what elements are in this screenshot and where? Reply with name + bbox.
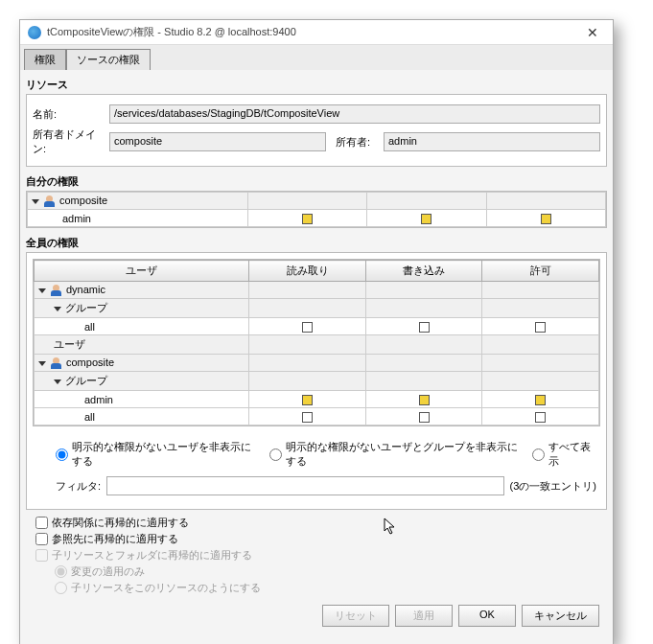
radio-show-all[interactable]: すべて表示 (532, 440, 596, 469)
chevron-down-icon[interactable] (38, 288, 46, 293)
own-privileges-label: 自分の権限 (26, 174, 607, 189)
all-privileges-panel: ユーザ 読み取り 書き込み 許可 dynamic グループ all (26, 252, 607, 510)
resource-panel: 名前: /services/databases/StagingDB/tCompo… (26, 94, 607, 167)
ok-button[interactable]: OK (458, 605, 516, 627)
checkbox[interactable] (302, 395, 313, 405)
reset-button: リセット (322, 605, 389, 627)
user-icon (50, 357, 63, 369)
table-row[interactable]: admin (35, 391, 599, 408)
chevron-down-icon[interactable] (32, 199, 39, 204)
all-privileges-label: 全員の権限 (26, 236, 607, 250)
table-row[interactable]: composite (28, 193, 606, 210)
tab-source-privileges[interactable]: ソースの権限 (66, 49, 151, 70)
table-row[interactable]: グループ (35, 299, 599, 318)
filter-label: フィルタ: (56, 479, 101, 494)
user-icon (43, 196, 57, 207)
recurse-options: 依存関係に再帰的に適用する 参照先に再帰的に適用する 子リソースとフォルダに再帰… (26, 510, 607, 595)
table-row[interactable]: all (35, 318, 599, 335)
table-row[interactable]: all (35, 408, 599, 426)
chk-refs[interactable]: 参照先に再帰的に適用する (35, 532, 597, 546)
checkbox[interactable] (302, 322, 313, 333)
col-write[interactable]: 書き込み (365, 261, 482, 282)
filter-count: (3の一致エントリ) (510, 479, 596, 494)
checkbox[interactable] (419, 412, 430, 423)
all-privileges-grid: ユーザ 読み取り 書き込み 許可 dynamic グループ all (33, 259, 600, 426)
checkbox-icon (541, 214, 551, 224)
filter-input[interactable] (106, 476, 503, 495)
col-grant[interactable]: 許可 (482, 261, 599, 282)
chevron-down-icon[interactable] (54, 380, 61, 384)
table-row[interactable]: admin (28, 210, 606, 227)
checkbox[interactable] (535, 412, 546, 423)
window-title: tCompositeViewの権限 - Studio 8.2 @ localho… (47, 25, 574, 39)
cancel-button[interactable]: キャンセル (522, 605, 599, 627)
display-radio-group: 明示的な権限がないユーザを非表示にする 明示的な権限がないユーザとグループを非表… (27, 432, 606, 476)
checkbox[interactable] (419, 322, 430, 333)
radio-hide-users-groups[interactable]: 明示的な権限がないユーザとグループを非表示にする (269, 440, 521, 469)
radio-hide-users[interactable]: 明示的な権限がないユーザを非表示にする (56, 440, 258, 469)
col-user[interactable]: ユーザ (35, 261, 249, 282)
checkbox-icon (421, 214, 431, 224)
chk-deps[interactable]: 依存関係に再帰的に適用する (35, 516, 597, 530)
table-row[interactable]: グループ (35, 372, 599, 391)
radio-as-this: 子リソースをこのリソースのようにする (55, 581, 597, 595)
owner-field: admin (384, 132, 600, 151)
checkbox[interactable] (535, 322, 546, 333)
user-icon (50, 285, 63, 296)
checkbox[interactable] (535, 395, 546, 405)
owner-label: 所有者: (336, 135, 382, 150)
table-row[interactable]: composite (35, 355, 599, 372)
resource-section-label: リソース (26, 78, 607, 92)
name-field: /services/databases/StagingDB/tComposite… (109, 104, 600, 124)
chevron-down-icon[interactable] (38, 361, 46, 366)
privileges-dialog: tCompositeViewの権限 - Studio 8.2 @ localho… (19, 19, 614, 644)
owner-domain-field: composite (109, 132, 326, 151)
user-name: admin (28, 210, 248, 227)
table-row[interactable]: dynamic (35, 282, 599, 299)
table-row[interactable]: ユーザ (35, 335, 599, 355)
app-icon (28, 26, 41, 39)
checkbox-icon (302, 214, 313, 224)
checkbox[interactable] (302, 412, 313, 423)
name-label: 名前: (33, 107, 107, 122)
tab-privileges[interactable]: 権限 (24, 49, 66, 70)
owner-domain-label: 所有者ドメイン: (33, 127, 107, 156)
checkbox[interactable] (419, 395, 430, 405)
chevron-down-icon[interactable] (54, 307, 61, 311)
dialog-footer: リセット 適用 OK キャンセル (26, 595, 607, 636)
chk-children: 子リソースとフォルダに再帰的に適用する (35, 548, 597, 563)
close-icon[interactable]: ✕ (580, 25, 605, 40)
titlebar: tCompositeViewの権限 - Studio 8.2 @ localho… (20, 20, 613, 45)
own-privileges-grid: composite admin (26, 191, 607, 228)
col-read[interactable]: 読み取り (249, 261, 366, 282)
group-name: composite (59, 195, 107, 206)
apply-button: 適用 (395, 605, 453, 627)
tab-bar: 権限 ソースの権限 (20, 45, 613, 70)
radio-changes-only: 変更の適用のみ (55, 564, 597, 579)
